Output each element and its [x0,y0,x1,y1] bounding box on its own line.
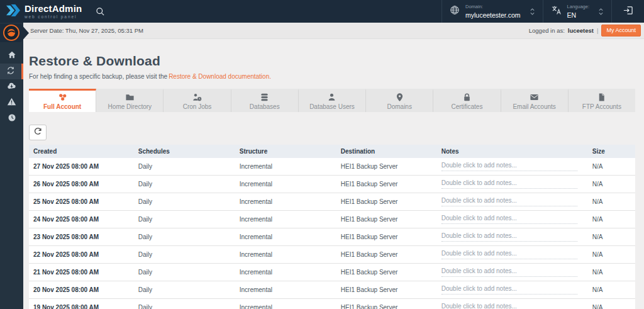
table-row[interactable]: 24 Nov 2025 08:00 AM Daily Incremental H… [29,211,635,228]
sidebar-item-history[interactable] [0,111,23,126]
logged-in-label: Logged in as: [529,27,565,34]
domain-value: myluceetester.com [465,11,521,19]
row-notes-field[interactable]: Double click to add notes... [437,267,588,277]
language-label: Language: [567,4,589,9]
row-created: 21 Nov 2025 08:00 AM [29,269,134,276]
row-notes-field[interactable]: Double click to add notes... [437,232,588,242]
notes-placeholder[interactable]: Double click to add notes... [441,232,578,242]
tab-cron-jobs[interactable]: Cron Jobs [164,89,231,112]
chevron-up-down-icon [598,7,604,16]
row-notes-field[interactable]: Double click to add notes... [437,179,588,189]
row-size: N/A [588,269,635,276]
notes-placeholder[interactable]: Double click to add notes... [441,267,578,277]
table-row[interactable]: 25 Nov 2025 08:00 AM Daily Incremental H… [29,193,635,211]
column-header-created: Created [29,148,134,155]
table-row[interactable]: 23 Nov 2025 08:00 AM Daily Incremental H… [29,228,635,246]
row-size: N/A [588,163,635,170]
main-content: Restore & Download For help finding a sp… [23,39,644,309]
sidebar-item-downloads[interactable] [0,79,23,95]
my-account-button[interactable]: My Account [601,25,641,37]
row-schedules: Daily [134,216,235,223]
row-created: 22 Nov 2025 08:00 AM [29,251,134,258]
table-body: 27 Nov 2025 08:00 AM Daily Incremental H… [29,158,635,309]
row-created: 27 Nov 2025 08:00 AM [29,163,134,170]
row-schedules: Daily [134,163,235,170]
logout-button[interactable] [611,0,644,23]
row-created: 25 Nov 2025 08:00 AM [29,198,134,205]
tab-home-directory[interactable]: Home Directory [96,89,164,112]
row-created: 20 Nov 2025 08:00 AM [29,286,134,293]
lucee-avatar[interactable] [3,25,19,41]
table-row[interactable]: 20 Nov 2025 08:00 AM Daily Incremental H… [29,281,635,299]
domain-selector[interactable]: Domain: myluceetester.com [441,0,543,23]
row-notes-field[interactable]: Double click to add notes... [437,162,588,171]
sidebar-item-home[interactable] [0,48,23,64]
row-schedules: Daily [134,198,235,205]
tab-email-accounts[interactable]: Email Accounts [501,89,569,112]
table-row[interactable]: 22 Nov 2025 08:00 AM Daily Incremental H… [29,246,635,264]
row-structure: Incremental [235,233,336,240]
notes-placeholder[interactable]: Double click to add notes... [441,303,578,309]
tab-certificates[interactable]: Certificates [433,89,501,112]
tab-databases[interactable]: Databases [231,89,299,112]
translate-icon [551,5,562,18]
tab-label: Email Accounts [513,103,555,110]
row-size: N/A [588,304,635,309]
directadmin-brand[interactable]: DirectAdmin web control panel [0,4,82,20]
row-destination: HEI1 Backup Server [336,181,437,188]
notes-placeholder[interactable]: Double click to add notes... [441,179,578,189]
notes-placeholder[interactable]: Double click to add notes... [441,162,578,171]
documentation-link[interactable]: Restore & Download documentation. [169,73,271,80]
notes-placeholder[interactable]: Double click to add notes... [441,215,578,224]
brand-tagline: web control panel [25,14,82,19]
refresh-button[interactable] [29,125,47,140]
row-notes-field[interactable]: Double click to add notes... [437,303,588,309]
row-notes-field[interactable]: Double click to add notes... [437,215,588,224]
row-size: N/A [588,181,635,188]
cloud-download-icon [7,81,16,93]
row-size: N/A [588,233,635,240]
warning-icon [7,97,16,109]
chevron-up-down-icon [530,7,535,16]
username: luceetest [568,27,594,34]
table-row[interactable]: 21 Nov 2025 08:00 AM Daily Incremental H… [29,264,635,281]
tab-label: Full Account [43,103,81,110]
tab-label: Database Users [309,103,355,110]
notes-placeholder[interactable]: Double click to add notes... [441,285,578,295]
globe-icon [450,5,460,18]
tab-full-account[interactable]: Full Account [29,89,96,112]
top-header: DirectAdmin web control panel Domain: my… [0,0,644,23]
row-schedules: Daily [134,286,235,293]
language-selector[interactable]: Language: EN [543,0,611,23]
row-structure: Incremental [235,269,336,276]
tab-domains[interactable]: Domains [366,89,433,112]
row-notes-field[interactable]: Double click to add notes... [437,197,588,206]
row-schedules: Daily [134,233,235,240]
table-row[interactable]: 27 Nov 2025 08:00 AM Daily Incremental H… [29,158,635,176]
row-notes-field[interactable]: Double click to add notes... [437,285,588,295]
row-size: N/A [588,216,635,223]
sidebar-item-warnings[interactable] [0,95,23,111]
notes-placeholder[interactable]: Double click to add notes... [441,250,578,259]
server-date: Server Date: Thu, Nov 27, 2025, 05:31 PM [30,27,143,34]
notes-placeholder[interactable]: Double click to add notes... [441,197,578,206]
row-structure: Incremental [235,163,336,170]
backups-table: Created Schedules Structure Destination … [29,145,635,309]
tab-ftp-accounts[interactable]: FTP Accounts [569,89,635,112]
search-icon[interactable] [96,7,105,16]
row-structure: Incremental [235,181,336,188]
brand-name: DirectAdmin [25,4,82,13]
backup-type-tabs: Full Account Home Directory Cron Jobs [29,89,635,112]
table-row[interactable]: 26 Nov 2025 08:00 AM Daily Incremental H… [29,176,635,193]
tab-label: Domains [387,103,411,110]
table-row[interactable]: 19 Nov 2025 08:00 AM Daily Incremental H… [29,299,635,309]
column-header-destination: Destination [336,148,437,155]
tab-database-users[interactable]: Database Users [299,89,366,112]
sidebar-item-restore[interactable] [0,64,23,79]
row-created: 26 Nov 2025 08:00 AM [29,181,134,188]
domain-label: Domain: [465,4,521,9]
row-structure: Incremental [235,286,336,293]
row-structure: Incremental [235,304,336,309]
tab-label: Home Directory [108,103,152,110]
row-notes-field[interactable]: Double click to add notes... [437,250,588,259]
